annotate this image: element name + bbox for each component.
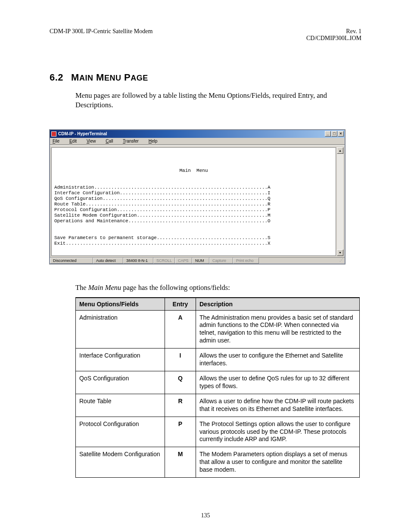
- cell-option: QoS Configuration: [76, 371, 165, 394]
- table-header-entry: Entry: [165, 298, 196, 311]
- terminal-line: Operations and Maintenance..............…: [54, 218, 271, 224]
- cell-entry: A: [165, 310, 196, 348]
- section-number: 6.2: [50, 72, 63, 83]
- terminal-line: Interface Configuration.................…: [54, 190, 271, 196]
- scroll-down-icon[interactable]: ▼: [337, 249, 343, 256]
- maximize-button[interactable]: □: [331, 131, 337, 137]
- section-heading: 6.2MAIN MENU PAGE: [50, 72, 361, 83]
- hyperterminal-window: CDM-IP - HyperTerminal _ □ × File Edit V…: [50, 130, 345, 264]
- scrollbar[interactable]: ▲ ▼: [337, 147, 343, 256]
- status-connection: Disconnected: [50, 258, 93, 264]
- window-statusbar: Disconnected Auto detect 38400 8-N-1 SCR…: [50, 257, 345, 264]
- cell-description: The Protocol Settings option allows the …: [196, 417, 360, 447]
- cell-option: Route Table: [76, 394, 165, 417]
- description-sentence: The Main Menu page has the following opt…: [75, 283, 361, 292]
- header-right: Rev. 1 CD/CDMIP300L.IOM: [306, 28, 361, 42]
- table-row: Administration A The Administration menu…: [76, 310, 360, 348]
- intro-paragraph: Menu pages are followed by a table listi…: [75, 91, 361, 110]
- table-row: Interface Configuration I Allows the use…: [76, 348, 360, 371]
- cell-entry: I: [165, 348, 196, 371]
- cell-entry: Q: [165, 371, 196, 394]
- window-titlebar: CDM-IP - HyperTerminal _ □ ×: [50, 130, 345, 138]
- cell-entry: M: [165, 447, 196, 478]
- status-num: NUM: [192, 258, 209, 264]
- cell-option: Satellite Modem Configuration: [76, 447, 165, 478]
- terminal-line: Exit....................................…: [54, 241, 271, 246]
- cell-option: Interface Configuration: [76, 348, 165, 371]
- page-number: 135: [0, 512, 411, 519]
- terminal-line: Administration..........................…: [54, 185, 271, 190]
- status-autodetect: Auto detect: [93, 258, 123, 264]
- terminal-line: Save Parameters to permanent storage....…: [54, 235, 271, 240]
- scroll-up-icon[interactable]: ▲: [337, 147, 343, 154]
- table-header-options: Menu Options/Fields: [76, 298, 165, 311]
- status-capture: Capture: [209, 258, 233, 264]
- status-printecho: Print echo: [233, 258, 259, 264]
- terminal-line: Satellite Modem Configuration...........…: [54, 213, 271, 218]
- table-row: Protocol Configuration P The Protocol Se…: [76, 417, 360, 447]
- cell-description: The Modem Parameters option displays a s…: [196, 447, 360, 478]
- table-header-description: Description: [196, 298, 360, 311]
- menu-call[interactable]: Call: [106, 139, 117, 143]
- table-row: QoS Configuration Q Allows the user to d…: [76, 371, 360, 394]
- cell-entry: R: [165, 394, 196, 417]
- scroll-track[interactable]: [337, 154, 343, 249]
- cell-description: Allows a user to define how the CDM-IP w…: [196, 394, 360, 417]
- menu-edit[interactable]: Edit: [69, 139, 81, 143]
- terminal-line: Route Table.............................…: [54, 202, 271, 207]
- menu-help[interactable]: Help: [149, 139, 162, 143]
- close-button[interactable]: ×: [338, 131, 344, 137]
- menu-file[interactable]: File: [53, 139, 64, 143]
- page-header: CDM-IP 300L IP-Centric Satellite Modem R…: [50, 28, 361, 42]
- terminal-content: Main Menu Administration................…: [51, 147, 336, 256]
- table-row: Satellite Modem Configuration M The Mode…: [76, 447, 360, 478]
- cell-option: Administration: [76, 310, 165, 348]
- minimize-button[interactable]: _: [325, 131, 331, 137]
- status-caps: CAPS: [175, 258, 192, 264]
- window-title: CDM-IP - HyperTerminal: [58, 131, 107, 136]
- terminal-title: Main Menu: [54, 168, 333, 174]
- options-table: Menu Options/Fields Entry Description Ad…: [75, 297, 360, 478]
- status-scroll: SCROLL: [153, 258, 175, 264]
- window-menubar: File Edit View Call Transfer Help: [50, 138, 345, 144]
- cell-description: Allows the user to configure the Etherne…: [196, 348, 360, 371]
- table-row: Route Table R Allows a user to define ho…: [76, 394, 360, 417]
- header-left: CDM-IP 300L IP-Centric Satellite Modem: [50, 28, 153, 42]
- terminal-line: QoS Configuration.......................…: [54, 196, 271, 201]
- cell-entry: P: [165, 417, 196, 447]
- status-baud: 38400 8-N-1: [123, 258, 153, 264]
- terminal-line: Protocol Configuration..................…: [54, 207, 271, 212]
- cell-description: The Administration menu provides a basic…: [196, 310, 360, 348]
- cell-description: Allows the user to define QoS rules for …: [196, 371, 360, 394]
- cell-option: Protocol Configuration: [76, 417, 165, 447]
- menu-view[interactable]: View: [87, 139, 100, 143]
- app-icon: [51, 131, 56, 137]
- menu-transfer[interactable]: Transfer: [123, 139, 143, 143]
- resize-grip-icon[interactable]: ⋰: [337, 258, 345, 264]
